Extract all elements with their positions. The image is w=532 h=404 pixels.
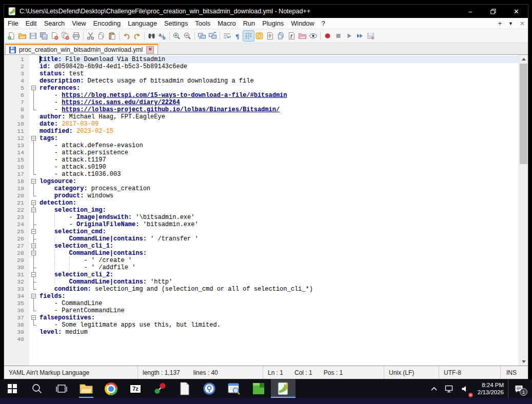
code-line-32[interactable]: CommandLine|contains: 'http' xyxy=(40,278,519,286)
code-line-11[interactable]: modified: 2023-02-15 xyxy=(40,128,519,135)
taskbar-7zip[interactable]: 7z xyxy=(123,379,148,398)
redo-button[interactable] xyxy=(132,31,143,41)
code-line-26[interactable]: CommandLine|contains: ' /transfer ' xyxy=(40,235,519,243)
scroll-down-arrow[interactable] xyxy=(519,357,528,366)
code-line-22[interactable]: selection_img: xyxy=(40,207,519,214)
fold-collapse-box[interactable] xyxy=(29,250,38,257)
macro-play-button[interactable] xyxy=(344,31,354,41)
code-line-24[interactable]: - OriginalFileName: 'bitsadmin.exe' xyxy=(40,221,519,228)
menu-macro[interactable]: Macro xyxy=(214,18,240,28)
status-insert-mode[interactable]: INS xyxy=(501,366,528,379)
menu-language[interactable]: Language xyxy=(124,18,161,28)
new-file-button[interactable] xyxy=(6,31,17,41)
notification-center-button[interactable]: 1 xyxy=(508,379,529,398)
sync-horizontal-scroll-button[interactable] xyxy=(207,31,218,41)
fold-collapse-box[interactable] xyxy=(29,178,38,185)
taskbar-diagram-app[interactable] xyxy=(148,379,172,398)
open-file-button[interactable] xyxy=(17,31,28,41)
taskbar-notepad-plus-plus[interactable] xyxy=(271,379,295,398)
macro-save-button[interactable] xyxy=(365,31,376,41)
scrollbar-thumb[interactable] xyxy=(520,64,527,164)
code-line-36[interactable]: - ParentCommandLine xyxy=(40,307,519,314)
show-indent-guide-button[interactable] xyxy=(243,31,254,41)
start-button[interactable] xyxy=(0,379,25,398)
code-line-28[interactable]: CommandLine|contains: xyxy=(40,250,519,257)
minimize-button[interactable]: – xyxy=(459,5,482,18)
save-all-button[interactable] xyxy=(38,31,49,41)
close-file-button[interactable] xyxy=(49,31,60,41)
document-switcher-button[interactable] xyxy=(275,31,286,41)
scroll-up-arrow[interactable] xyxy=(519,55,528,63)
status-eol-format[interactable]: Unix (LF) xyxy=(384,366,439,379)
copy-button[interactable] xyxy=(96,31,107,41)
macro-record-button[interactable] xyxy=(322,31,333,41)
taskbar-clock[interactable]: 8:24 PM 2/13/2026 xyxy=(474,381,508,396)
fold-collapse-box[interactable] xyxy=(29,271,38,278)
show-all-characters-button[interactable]: ¶ xyxy=(232,31,243,41)
fold-collapse-box[interactable] xyxy=(29,207,38,214)
code-line-12[interactable]: tags: xyxy=(40,135,519,142)
document-map-button[interactable] xyxy=(265,31,275,41)
code-line-39[interactable]: level: medium xyxy=(40,329,519,336)
code-line-4[interactable]: description: Detects usage of bitsadmin … xyxy=(40,77,519,85)
fold-collapse-box[interactable] xyxy=(29,243,38,250)
status-encoding[interactable]: UTF-8 xyxy=(439,366,501,379)
code-line-1[interactable]: title: File Download Via Bitsadmin xyxy=(40,56,519,63)
tab-close-icon[interactable]: ✕ xyxy=(146,46,154,54)
code-line-23[interactable]: - Image|endswith: '\bitsadmin.exe' xyxy=(40,214,519,221)
menu-settings[interactable]: Settings xyxy=(161,18,191,28)
fold-collapse-box[interactable] xyxy=(29,135,38,142)
save-file-button[interactable] xyxy=(28,31,38,41)
word-wrap-button[interactable] xyxy=(222,31,232,41)
code-line-7[interactable]: - https://isc.sans.edu/diary/22264 xyxy=(40,99,519,106)
code-line-35[interactable]: - CommandLine xyxy=(40,300,519,307)
menu-search[interactable]: Search xyxy=(41,18,69,28)
find-button[interactable] xyxy=(146,31,157,41)
code-line-6[interactable]: - https://blog.netspi.com/15-ways-to-dow… xyxy=(40,92,519,99)
code-line-40[interactable] xyxy=(40,336,519,343)
code-line-21[interactable]: detection: xyxy=(40,199,519,207)
code-line-37[interactable]: falsepositives: xyxy=(40,314,519,321)
code-line-33[interactable]: condition: selection_img and (selection_… xyxy=(40,286,519,293)
code-line-10[interactable]: date: 2017-03-09 xyxy=(40,120,519,128)
menu-window[interactable]: Window xyxy=(287,18,318,28)
print-button[interactable] xyxy=(71,31,82,41)
menu-tools[interactable]: Tools xyxy=(191,18,214,28)
vertical-scrollbar[interactable] xyxy=(519,55,528,366)
code-line-30[interactable]: - ' /addfile ' xyxy=(40,264,519,271)
close-all-button[interactable] xyxy=(60,31,71,41)
zoom-out-button[interactable] xyxy=(182,31,193,41)
fold-collapse-box[interactable] xyxy=(29,199,38,207)
restore-button[interactable] xyxy=(482,5,505,18)
menu-view[interactable]: View xyxy=(68,18,90,28)
code-line-2[interactable]: id: d059842b-6b9d-4ed1-b5c3-5b89143c6ede xyxy=(40,63,519,70)
taskbar-search-button[interactable] xyxy=(25,379,49,398)
code-line-20[interactable]: product: windows xyxy=(40,192,519,199)
code-line-29[interactable]: - ' /create ' xyxy=(40,257,519,264)
code-line-15[interactable]: - attack.t1197 xyxy=(40,156,519,164)
task-view-button[interactable] xyxy=(49,379,74,398)
code-line-18[interactable]: logsource: xyxy=(40,178,519,185)
close-button[interactable]: ✕ xyxy=(505,5,528,18)
code-line-16[interactable]: - attack.s0190 xyxy=(40,164,519,171)
menu-encoding[interactable]: Encoding xyxy=(90,18,124,28)
code-area[interactable]: title: File Download Via Bitsadminid: d0… xyxy=(38,55,519,366)
editor-tab[interactable]: proc_creation_win_bitsadmin_download.yml… xyxy=(5,44,158,54)
code-line-8[interactable]: - https://lolbas-project.github.io/lolba… xyxy=(40,106,519,113)
folder-as-workspace-button[interactable] xyxy=(297,31,308,41)
taskbar-document-app[interactable] xyxy=(172,379,197,398)
taskbar-process-search-app[interactable] xyxy=(197,379,222,398)
close-tab-button[interactable]: ✕ xyxy=(520,20,525,27)
taskbar-log-viewer[interactable] xyxy=(222,379,246,398)
menu-file[interactable]: File xyxy=(4,18,22,28)
code-line-17[interactable]: - attack.t1036.003 xyxy=(40,171,519,178)
fold-collapse-box[interactable] xyxy=(29,85,38,92)
code-line-27[interactable]: selection_cli_1: xyxy=(40,243,519,250)
volume-muted-icon[interactable]: ✕ xyxy=(458,379,474,398)
zoom-in-button[interactable] xyxy=(171,31,182,41)
macro-stop-button[interactable] xyxy=(333,31,344,41)
new-tab-button[interactable]: + xyxy=(498,20,502,27)
fold-collapse-box[interactable] xyxy=(29,228,38,235)
cut-button[interactable] xyxy=(85,31,96,41)
code-line-25[interactable]: selection_cmd: xyxy=(40,228,519,235)
